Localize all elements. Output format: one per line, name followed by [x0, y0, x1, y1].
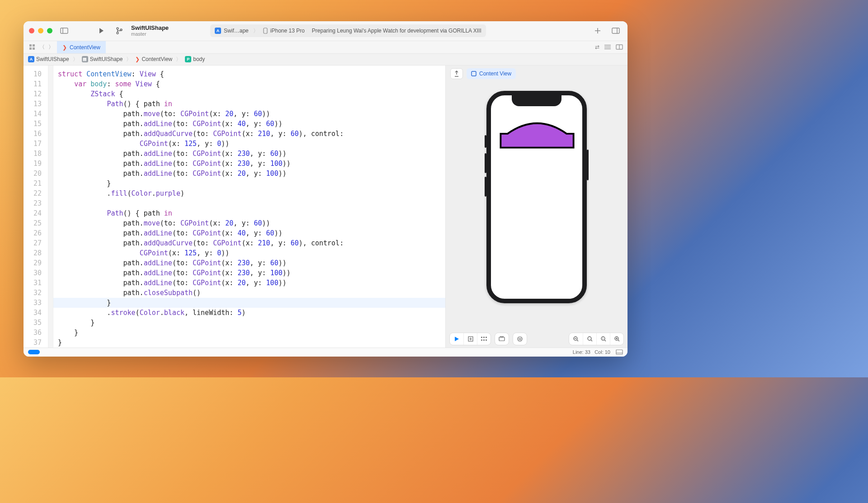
add-editor-button[interactable] [616, 44, 623, 50]
titlebar-right [591, 24, 622, 37]
svg-rect-5 [264, 28, 267, 33]
line-number: 32 [24, 288, 45, 298]
svg-rect-8 [612, 28, 619, 33]
code-line[interactable]: .stroke(Color.black, lineWidth: 5) [58, 308, 445, 318]
code-line[interactable]: path.move(to: CGPoint(x: 20, y: 60)) [58, 218, 445, 228]
project-name: SwiftUIShape [131, 25, 169, 31]
code-line[interactable]: } [58, 179, 445, 188]
svg-rect-21 [481, 337, 482, 338]
code-line[interactable]: path.move(to: CGPoint(x: 20, y: 60)) [58, 109, 445, 119]
device-notch [512, 94, 561, 106]
zoom-out-button[interactable] [569, 333, 583, 345]
code-line[interactable]: ZStack { [58, 89, 445, 99]
toggle-debug-area-button[interactable] [616, 349, 623, 355]
related-items-button[interactable] [28, 43, 36, 51]
jumpbar-seg-2: ContentView [142, 56, 172, 62]
jumpbar[interactable]: A SwiftUIShape 〉 ▤ SwiftUIShape 〉 ❯ Cont… [24, 54, 627, 66]
code-editor[interactable]: 1011121314151617181920212223242526272829… [24, 66, 446, 348]
svg-rect-23 [486, 337, 487, 338]
line-number: 11 [24, 79, 45, 89]
preview-canvas[interactable] [446, 82, 627, 330]
zoom-to-fit-button[interactable] [583, 333, 596, 345]
run-button[interactable] [95, 24, 108, 37]
toggle-inspector-button[interactable] [609, 24, 622, 37]
property-icon: P [185, 56, 191, 62]
code-line[interactable]: path.addLine(to: CGPoint(x: 230, y: 100)… [58, 268, 445, 278]
toggle-navigator-button[interactable] [58, 24, 71, 37]
device-name: iPhone 13 Pro [270, 28, 305, 34]
code-line[interactable]: } [58, 338, 445, 348]
folder-icon: ▤ [82, 56, 88, 62]
close-window-button[interactable] [29, 28, 34, 33]
run-destination[interactable]: A Swif…ape 〉 iPhone 13 Pro Preparing Leu… [210, 24, 486, 37]
variants-button[interactable] [477, 333, 491, 345]
code-line[interactable]: path.addQuadCurve(to: CGPoint(x: 210, y:… [58, 129, 445, 139]
code-line[interactable]: path.addLine(to: CGPoint(x: 230, y: 60)) [58, 149, 445, 159]
line-number: 24 [24, 208, 45, 218]
code-area[interactable]: struct ContentView: View { var body: som… [53, 66, 445, 348]
line-number: 37 [24, 338, 45, 348]
line-number: 20 [24, 169, 45, 179]
device-settings-button[interactable] [495, 333, 509, 345]
code-line[interactable]: } [58, 328, 445, 338]
code-line[interactable]: struct ContentView: View { [58, 69, 445, 79]
refresh-icon[interactable]: ⇄ [595, 44, 599, 50]
code-line[interactable]: } [58, 318, 445, 328]
code-line[interactable]: .fill(Color.purple) [58, 188, 445, 198]
code-line[interactable]: path.closeSubpath() [58, 288, 445, 298]
code-line[interactable]: path.addLine(to: CGPoint(x: 40, y: 60)) [58, 228, 445, 238]
code-line[interactable]: path.addLine(to: CGPoint(x: 230, y: 60)) [58, 258, 445, 268]
minimize-window-button[interactable] [38, 28, 43, 33]
status-line-label: Line: [573, 349, 584, 355]
zoom-actual-button[interactable]: 1 [596, 333, 610, 345]
code-line[interactable]: path.addLine(to: CGPoint(x: 40, y: 60)) [58, 119, 445, 129]
code-line[interactable]: Path() { path in [58, 99, 445, 109]
code-line[interactable]: path.addLine(to: CGPoint(x: 20, y: 100)) [58, 169, 445, 179]
preview-settings-button[interactable] [513, 333, 527, 345]
svg-text:1: 1 [602, 337, 604, 340]
code-line[interactable]: path.addLine(to: CGPoint(x: 230, y: 100)… [58, 159, 445, 169]
code-line[interactable]: CGPoint(x: 125, y: 0)) [58, 248, 445, 258]
code-line[interactable]: var body: some View { [58, 79, 445, 89]
history-forward-button[interactable]: 〉 [48, 43, 54, 51]
main-split: 1011121314151617181920212223242526272829… [24, 66, 627, 348]
selectable-preview-button[interactable] [463, 333, 477, 345]
svg-line-32 [577, 340, 578, 341]
code-line[interactable]: } [53, 298, 445, 308]
status-line-value: 33 [585, 349, 590, 355]
svg-rect-0 [61, 28, 68, 33]
build-status: Preparing Leung Wai's Apple Watch for de… [312, 28, 481, 34]
svg-rect-22 [483, 337, 485, 338]
activity-indicator[interactable] [28, 350, 40, 354]
svg-rect-24 [481, 339, 482, 341]
svg-line-35 [591, 340, 592, 341]
code-line[interactable]: path.addQuadCurve(to: CGPoint(x: 210, y:… [58, 238, 445, 248]
code-line[interactable]: Path() { path in [58, 208, 445, 218]
line-number: 26 [24, 228, 45, 238]
project-title[interactable]: SwiftUIShape master [131, 25, 169, 37]
line-number: 27 [24, 238, 45, 248]
add-button[interactable] [591, 24, 604, 37]
preview-selector[interactable]: Content View [467, 68, 516, 79]
line-number: 18 [24, 149, 45, 159]
code-line[interactable]: CGPoint(x: 125, y: 0)) [58, 139, 445, 149]
pin-preview-button[interactable] [450, 68, 463, 79]
line-gutter: 1011121314151617181920212223242526272829… [24, 66, 48, 348]
window-controls [29, 28, 52, 33]
live-preview-button[interactable] [450, 333, 463, 345]
xcode-window: SwiftUIShape master A Swif…ape 〉 iPhone … [24, 21, 627, 357]
preview-header: Content View [446, 66, 627, 82]
iphone-icon [263, 28, 268, 34]
editor-options-button[interactable] [604, 44, 611, 50]
editor-tab[interactable]: ❯ ContentView [57, 41, 106, 53]
history-back-button[interactable]: 〈 [39, 43, 45, 51]
fold-ribbon[interactable] [48, 66, 53, 348]
zoom-window-button[interactable] [47, 28, 52, 33]
swift-icon: ❯ [135, 56, 140, 62]
code-line[interactable] [58, 198, 445, 208]
chevron-right-icon: 〉 [124, 56, 133, 63]
code-line[interactable]: path.addLine(to: CGPoint(x: 20, y: 100)) [58, 278, 445, 288]
line-number: 31 [24, 278, 45, 288]
scheme-branch-icon[interactable] [113, 24, 126, 37]
zoom-in-button[interactable] [610, 333, 623, 345]
